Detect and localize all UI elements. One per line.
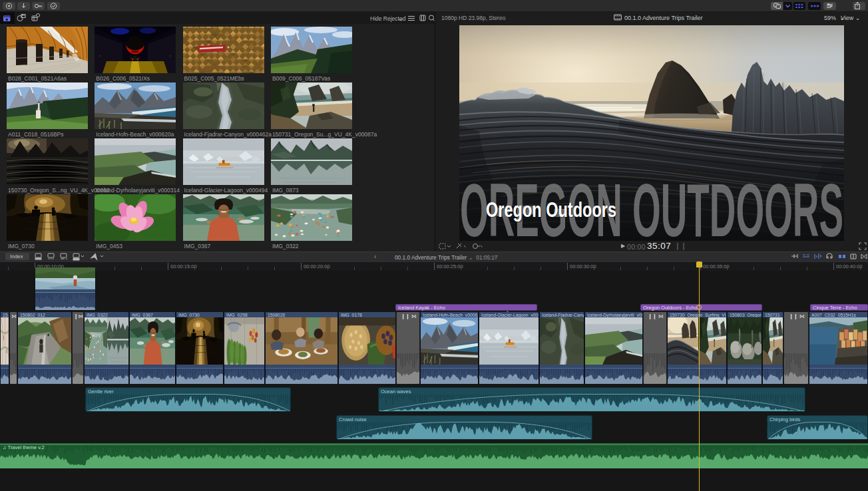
svg-text:00:00:35:00: 00:00:35:00 <box>703 263 730 269</box>
svg-text:00:00:25:00: 00:00:25:00 <box>437 263 463 269</box>
svg-text:00:00:40:00: 00:00:40:00 <box>836 263 863 269</box>
svg-text:❙❙ ⋈: ❙❙ ⋈ <box>789 313 805 319</box>
svg-text:00:00:15:00: 00:00:15:00 <box>170 263 197 269</box>
svg-text:❙⋈: ❙⋈ <box>74 313 84 319</box>
svg-text:❙❙ ⋈: ❙❙ ⋈ <box>648 313 664 319</box>
svg-text:⋈: ⋈ <box>11 313 17 319</box>
svg-text:00:00:30:00: 00:00:30:00 <box>570 263 596 269</box>
svg-text:00:00:20:00: 00:00:20:00 <box>304 263 330 269</box>
svg-text:❙❙ ⋈: ❙❙ ⋈ <box>401 313 417 319</box>
svg-text:Oregon Outdoors: Oregon Outdoors <box>486 198 616 222</box>
